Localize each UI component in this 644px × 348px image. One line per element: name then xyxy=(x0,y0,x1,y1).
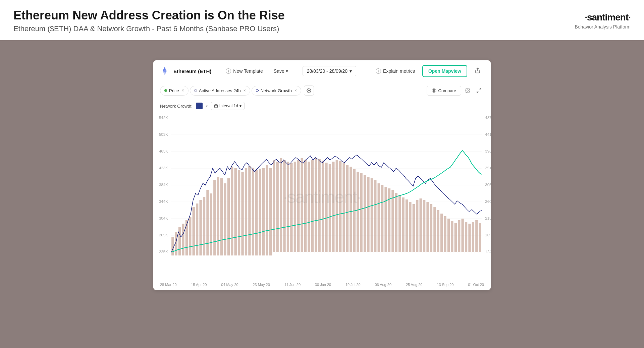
x-label-5: 30 Jun 20 xyxy=(315,283,331,287)
date-range-text: 28/03/20 - 28/09/20 xyxy=(307,68,347,74)
chart-settings-icon xyxy=(465,88,470,93)
svg-rect-65 xyxy=(252,168,254,255)
svg-text:225K: 225K xyxy=(159,250,168,254)
svg-rect-71 xyxy=(273,160,275,252)
fullscreen-button[interactable] xyxy=(474,85,484,96)
svg-rect-120 xyxy=(444,216,446,252)
network-growth-dot-icon xyxy=(256,89,259,92)
compare-icon xyxy=(432,88,436,93)
svg-text:542K: 542K xyxy=(159,116,168,120)
svg-rect-54 xyxy=(213,180,216,255)
svg-rect-78 xyxy=(297,160,300,252)
x-label-2: 04 May 20 xyxy=(221,283,238,287)
svg-rect-97 xyxy=(364,175,366,252)
svg-rect-117 xyxy=(433,207,436,252)
svg-rect-51 xyxy=(203,197,205,255)
color-picker-button[interactable] xyxy=(196,103,203,109)
svg-text:503K: 503K xyxy=(159,132,168,136)
svg-rect-122 xyxy=(451,221,453,252)
svg-rect-58 xyxy=(227,178,230,255)
metric-tab-active-addresses[interactable]: Active Addresses 24h × xyxy=(190,86,250,96)
asset-name: Ethereum (ETH) xyxy=(173,68,211,74)
toolbar-divider xyxy=(217,68,217,74)
x-label-10: 01 Oct 20 xyxy=(468,283,484,287)
svg-rect-84 xyxy=(318,159,321,252)
x-label-4: 11 Jun 20 xyxy=(284,283,301,287)
svg-rect-70 xyxy=(269,168,272,255)
svg-rect-7 xyxy=(435,90,436,92)
new-template-button[interactable]: i New Template xyxy=(222,66,266,76)
compare-button[interactable]: Compare xyxy=(427,86,461,96)
price-close-icon[interactable]: × xyxy=(182,88,184,93)
date-range-button[interactable]: 28/03/20 - 28/09/20 ▾ xyxy=(303,66,356,76)
svg-rect-127 xyxy=(468,224,471,252)
chart-toolbar: Ethereum (ETH) i New Template Save ▾ 28/… xyxy=(153,60,491,82)
santiment-logo: ·santiment· xyxy=(585,12,631,23)
chart-svg: 542K 503K 463K 423K 384K 344K 304K 265K … xyxy=(153,113,491,281)
metric-tab-network-growth-label: Network Growth xyxy=(261,88,292,93)
compare-label: Compare xyxy=(438,88,456,93)
svg-rect-90 xyxy=(339,161,341,252)
svg-text:423K: 423K xyxy=(159,166,168,170)
svg-rect-82 xyxy=(311,160,314,252)
header-section: Ethereum New Address Creation is On the … xyxy=(0,0,644,40)
svg-rect-66 xyxy=(255,170,258,255)
svg-rect-76 xyxy=(290,163,292,252)
svg-rect-109 xyxy=(406,199,408,252)
svg-rect-69 xyxy=(266,165,268,255)
info-icon: i xyxy=(226,68,231,74)
x-label-6: 19 Jul 20 xyxy=(345,283,361,287)
explain-metrics-label: Explain metrics xyxy=(383,68,415,74)
metric-settings-button[interactable] xyxy=(304,85,314,96)
active-addresses-close-icon[interactable]: × xyxy=(244,88,246,93)
network-growth-close-icon[interactable]: × xyxy=(294,88,297,93)
interval-button[interactable]: Interval 1d ▾ xyxy=(211,102,245,110)
svg-line-9 xyxy=(479,89,481,90)
svg-rect-128 xyxy=(472,222,474,252)
explain-metrics-button[interactable]: i Explain metrics xyxy=(372,66,418,76)
svg-rect-118 xyxy=(437,210,439,252)
open-mapview-button[interactable]: Open Mapview xyxy=(422,65,467,77)
svg-rect-113 xyxy=(420,198,422,252)
page-wrapper: Ethereum New Address Creation is On the … xyxy=(0,0,644,348)
svg-text:169: 169 xyxy=(485,233,491,237)
svg-rect-79 xyxy=(301,158,303,252)
svg-point-4 xyxy=(308,90,310,91)
save-label: Save xyxy=(274,68,284,74)
network-growth-control-label: Network Growth: xyxy=(160,104,193,109)
metric-tab-network-growth[interactable]: Network Growth × xyxy=(252,86,301,96)
x-label-0: 28 Mar 20 xyxy=(160,283,177,287)
svg-rect-116 xyxy=(430,204,432,252)
settings-cog-icon xyxy=(307,88,311,93)
svg-rect-104 xyxy=(388,188,390,252)
save-button[interactable]: Save ▾ xyxy=(270,66,291,76)
metric-tab-price[interactable]: Price × xyxy=(160,86,189,96)
svg-rect-87 xyxy=(329,164,331,252)
svg-rect-125 xyxy=(462,219,464,252)
svg-rect-105 xyxy=(391,190,394,252)
chart-settings-button[interactable] xyxy=(463,85,473,96)
share-button[interactable] xyxy=(471,65,484,77)
svg-text:124: 124 xyxy=(485,250,491,254)
svg-rect-48 xyxy=(193,207,195,255)
svg-rect-53 xyxy=(210,193,212,255)
metric-tab-price-label: Price xyxy=(169,88,179,93)
svg-rect-102 xyxy=(381,185,383,252)
svg-rect-119 xyxy=(440,214,443,252)
svg-rect-46 xyxy=(185,220,188,255)
svg-rect-49 xyxy=(196,204,198,255)
x-axis: 28 Mar 20 15 Apr 20 04 May 20 23 May 20 … xyxy=(153,281,491,290)
active-addresses-dot-icon xyxy=(194,89,197,92)
svg-rect-107 xyxy=(398,195,401,252)
svg-rect-72 xyxy=(276,162,279,252)
svg-rect-64 xyxy=(248,166,251,255)
chart-container: Ethereum (ETH) i New Template Save ▾ 28/… xyxy=(153,60,491,290)
svg-rect-106 xyxy=(395,193,397,252)
x-label-8: 25 Aug 20 xyxy=(406,283,423,287)
svg-rect-103 xyxy=(384,187,387,252)
chart-area: 542K 503K 463K 423K 384K 344K 304K 265K … xyxy=(153,113,491,281)
svg-rect-75 xyxy=(287,162,289,252)
svg-rect-112 xyxy=(416,200,418,252)
svg-rect-91 xyxy=(342,163,345,252)
x-label-1: 15 Apr 20 xyxy=(191,283,207,287)
